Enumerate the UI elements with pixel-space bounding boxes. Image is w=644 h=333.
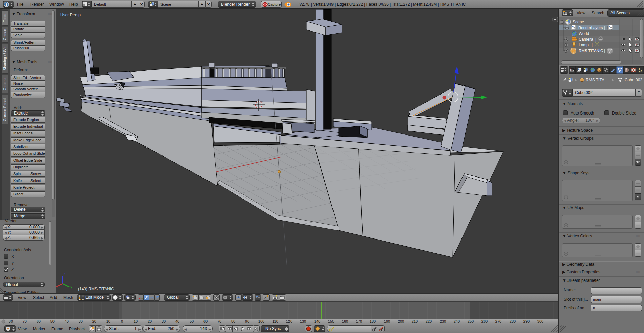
- svg-text:270: 270: [495, 319, 501, 324]
- svg-text:Shading / UVs: Shading / UVs: [3, 46, 7, 70]
- svg-text:250: 250: [468, 319, 474, 324]
- svg-text:-30: -30: [77, 319, 83, 324]
- svg-text:140: 140: [314, 319, 320, 324]
- svg-text:230: 230: [440, 319, 446, 324]
- svg-text:RenderLayers: RenderLayers: [578, 26, 603, 30]
- svg-text:Tools: Tools: [3, 14, 7, 22]
- svg-text:Scene: Scene: [573, 20, 584, 24]
- svg-text:20: 20: [148, 319, 152, 324]
- svg-text:-10: -10: [105, 319, 110, 324]
- svg-text:160: 160: [342, 319, 348, 324]
- svg-text:0: 0: [121, 319, 123, 324]
- svg-text:-60: -60: [35, 319, 41, 324]
- svg-text:210: 210: [412, 319, 418, 324]
- svg-text:-50: -50: [49, 319, 55, 324]
- svg-text:-80: -80: [7, 319, 13, 324]
- svg-text:300: 300: [537, 319, 543, 324]
- svg-text:|: |: [595, 37, 596, 42]
- svg-text:World: World: [579, 31, 589, 36]
- svg-text:60: 60: [203, 319, 208, 324]
- svg-text:90: 90: [245, 319, 249, 324]
- svg-text:Create: Create: [3, 29, 7, 40]
- svg-text:|: |: [604, 25, 605, 30]
- svg-text:|: |: [604, 48, 605, 53]
- svg-text:110: 110: [272, 319, 278, 324]
- svg-text:Options: Options: [3, 78, 7, 90]
- svg-text:Lamp: Lamp: [579, 43, 589, 47]
- svg-text:User Persp: User Persp: [60, 13, 81, 17]
- svg-text:150: 150: [328, 319, 334, 324]
- svg-text:Grease Pencil: Grease Pencil: [3, 98, 7, 121]
- svg-text:50: 50: [190, 319, 194, 324]
- svg-text:100: 100: [258, 319, 264, 324]
- svg-text:260: 260: [481, 319, 488, 324]
- svg-text:180: 180: [370, 319, 376, 324]
- svg-text:200: 200: [398, 319, 404, 324]
- svg-text:-20: -20: [91, 319, 96, 324]
- svg-text:30: 30: [162, 319, 166, 324]
- svg-text:x: x: [56, 284, 57, 289]
- svg-text:y: y: [70, 284, 72, 289]
- svg-text:280: 280: [510, 319, 516, 324]
- svg-text:240: 240: [454, 319, 460, 324]
- svg-text:190: 190: [384, 319, 390, 324]
- svg-text:120: 120: [286, 319, 292, 324]
- svg-text:290: 290: [523, 319, 530, 324]
- svg-text:Cube.002: Cube.002: [625, 78, 642, 82]
- svg-text:Camera: Camera: [579, 37, 593, 42]
- svg-text:70: 70: [217, 319, 221, 324]
- svg-text:40: 40: [175, 319, 179, 324]
- svg-text:80: 80: [231, 319, 235, 324]
- svg-text:170: 170: [356, 319, 362, 324]
- svg-text:-40: -40: [63, 319, 69, 324]
- svg-text:z: z: [64, 271, 66, 276]
- svg-text:|: |: [592, 43, 593, 47]
- svg-text:RMS TITANIC: RMS TITANIC: [579, 49, 603, 53]
- svg-text:RMS TITA...: RMS TITA...: [586, 78, 608, 82]
- svg-text:130: 130: [300, 319, 306, 324]
- svg-text:10: 10: [134, 319, 138, 324]
- svg-text:+: +: [554, 17, 556, 22]
- svg-text:(143) RMS TITANIC: (143) RMS TITANIC: [78, 287, 114, 291]
- svg-text:-70: -70: [21, 319, 27, 324]
- svg-text:220: 220: [426, 319, 432, 324]
